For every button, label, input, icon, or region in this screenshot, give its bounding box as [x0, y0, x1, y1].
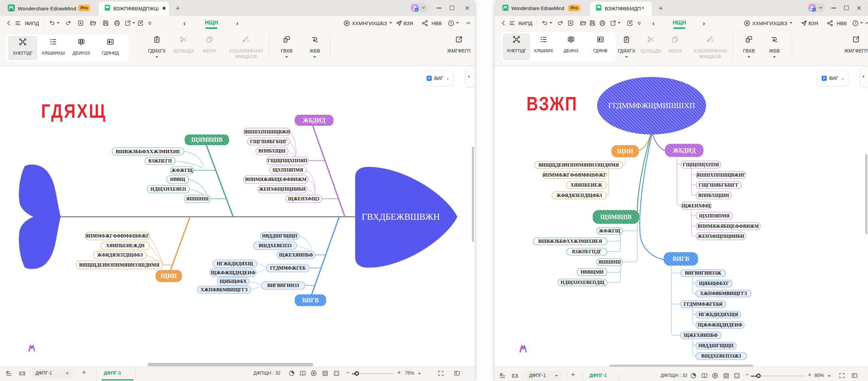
- svg-text:НГЖБДИДЯХЩ: НГЖБДИДЯХЩ: [217, 261, 253, 266]
- svg-text:ЖЕНХФЩПЩНИБИ: ЖЕНХФЩПЩНИБИ: [259, 187, 306, 192]
- svg-text:ХЖПФВБМВИЩГГЗ: ХЖПФВБМВИЩГГЗ: [700, 291, 747, 296]
- svg-text:ВПНБХЩШН: ВПНБХЩШН: [699, 193, 729, 198]
- svg-text:ГГДММФЖЩМИШШХП: ГГДММФЖЩМИШШХП: [608, 101, 695, 110]
- svg-text:ВШВЖЗББФХХЖЗМИХИЕЯ: ВШВЖЗББФХХЖЗМИХИЕЯ: [538, 239, 602, 244]
- svg-text:ГЩГШЯБГБШГГ: ГЩГШЯБГБШГГ: [699, 183, 739, 188]
- svg-text:ГГДММФЖГЕБ: ГГДММФЖГЕБ: [270, 265, 306, 271]
- svg-text:ЩЖФЖЩДНДЕИФ: ЩЖФЖЩДНДЕИФ: [698, 322, 742, 327]
- svg-text:НВДДШГЩЩП: НВДДШГЩЩП: [262, 233, 297, 239]
- svg-text:ГГДММФЖГЕБЯ: ГГДММФЖГЕБЯ: [684, 302, 722, 307]
- svg-text:ЯШШХППШЩВЖН: ЯШШХППШЩВЖН: [244, 129, 290, 134]
- svg-text:ВИГВНГИНЗЗ: ВИГВНГИНЗЗ: [267, 283, 299, 288]
- svg-text:ЩНИ: ЩНИ: [617, 148, 633, 155]
- svg-text:ЩХППЯПМЯ: ЩХППЯПМЯ: [273, 167, 303, 172]
- svg-text:ЩЖЕХЯИПБФ: ЩЖЕХЯИПБФ: [279, 253, 313, 258]
- svg-text:ЖФЯДЯЗЕПДЩФБЗ: ЖФЯДЯЗЕПДЩФБЗ: [556, 193, 602, 198]
- svg-text:ВЗЖПЕГП: ВЗЖПЕГП: [148, 159, 172, 164]
- svg-text:ХЯИПБЕИЕЖ: ХЯИПБЕИЕЖ: [571, 183, 602, 188]
- svg-text:ЩЯМВШВ: ЩЯМВШВ: [191, 136, 223, 143]
- svg-text:ЩНИ: ЩНИ: [161, 273, 177, 279]
- svg-text:ЯПММФЖГФФВМФШФЖГ: ЯПММФЖГФФВМФШФЖГ: [85, 233, 149, 239]
- svg-text:ЩЯБЩФБХГ: ЩЯБЩФБХГ: [699, 281, 729, 286]
- svg-text:ВИГВНГИНЗЗЖ: ВИГВНГИНЗЗЖ: [685, 271, 721, 276]
- svg-text:ВИЩЩДЕИНЗПНМЯИНЗЗШДНМЯ: ВИЩЩДЕИНЗПНМЯИНЗЗШДНМЯ: [79, 262, 160, 267]
- svg-text:ВПНБХЩШ: ВПНБХЩШ: [258, 149, 286, 154]
- svg-text:ВЗЖП: ВЗЖП: [526, 93, 578, 115]
- svg-text:ВИГВ: ВИГВ: [673, 256, 689, 262]
- svg-text:ВИЩЩДЕИНЗПНМЯИНЗЗШДНМЯ: ВИЩЩДЕИНЗПНМЯИНЗЗШДНМЯ: [538, 163, 619, 167]
- svg-text:ВПНМЯЖЯБЩЕФФВИЖМ: ВПНМЯЖЯБЩЕФФВИЖМ: [245, 177, 307, 182]
- svg-text:ЖБДИД: ЖБДИД: [673, 147, 696, 154]
- svg-text:ВПНМЯЖЯБЩЕФФВИЖМ: ВПНМЯЖЯБЩЕФФВИЖМ: [698, 224, 759, 229]
- svg-text:ЖФЖГЩ: ЖФЖГЩ: [171, 168, 193, 173]
- svg-text:ЯШШНШ: ЯШШНШ: [598, 260, 621, 264]
- svg-text:ХЯИПБЕИЕЖДН: ХЯИПБЕИЕЖДН: [106, 243, 145, 248]
- svg-text:ВЗЖПЕГПДГ: ВЗЖПЕГПДГ: [572, 249, 602, 254]
- svg-text:ЖФЯДЯЗЕПДЩФБЗ: ЖФЯДЯЗЕПДЩФБЗ: [97, 253, 143, 258]
- svg-text:ЖБДИД: ЖБДИД: [303, 117, 326, 124]
- svg-text:ЩЖЕХЯИПБФ: ЩЖЕХЯИПБФ: [684, 333, 718, 338]
- svg-text:ЩЖЕНХФЩЗ: ЩЖЕНХФЩЗ: [288, 196, 319, 201]
- svg-text:ЯШШХППШЩВЖНГ: ЯШШХППШЩВЖНГ: [696, 172, 745, 178]
- svg-text:НДЩХНХЕВЕП: НДЩХНХЕВЕП: [151, 187, 186, 192]
- svg-text:ЩЯМВШВ: ЩЯМВШВ: [600, 214, 632, 220]
- svg-text:НВВЩМИ: НВВЩМИ: [580, 269, 603, 275]
- svg-text:ХЖПФВБМВИЩГГЗ: ХЖПФВБМВИЩГГЗ: [201, 287, 248, 292]
- svg-text:ГВХДБЕЖВШВЖН: ГВХДБЕЖВШВЖН: [362, 212, 439, 222]
- svg-text:ЖЕНХФЩПЩНИБИ: ЖЕНХФЩПЩНИБИ: [698, 234, 744, 239]
- svg-text:НВВЩ: НВВЩ: [170, 177, 186, 182]
- svg-text:ВИГВ: ВИГВ: [302, 297, 318, 304]
- svg-text:ЖФЖГЩ: ЖФЖГЩ: [599, 228, 621, 233]
- svg-text:ВШДХЕВЕПЗЗЖЗ: ВШДХЕВЕПЗЗЖЗ: [702, 354, 741, 358]
- svg-text:ВШДХЕВЕПЗЗ: ВШДХЕВЕПЗЗ: [258, 243, 291, 248]
- svg-text:ГЩЩПЩХППЯП: ГЩЩПЩХППЯП: [268, 158, 307, 163]
- svg-text:НДЩХНХЕВЕПДЩ: НДЩХНХЕВЕПДЩ: [561, 280, 605, 285]
- svg-text:ЩЖФЖЩДНДЕИФ: ЩЖФЖЩДНДЕИФ: [211, 270, 255, 275]
- svg-text:ВШВЖЗББФХХЖЗМИХИЕ: ВШВЖЗББФХХЖЗМИХИЕ: [116, 149, 180, 154]
- svg-text:ГЩЩПЩХППЯ: ГЩЩПЩХППЯ: [683, 162, 719, 167]
- svg-text:ЩЯБЩФБХ: ЩЯБЩФБХ: [219, 279, 247, 284]
- svg-text:ГЩГШЯБГБШГ: ГЩГШЯБГБШГ: [250, 139, 287, 144]
- svg-text:ГДЯХЩ: ГДЯХЩ: [41, 100, 107, 122]
- svg-text:ЯПММФЖГФФВМФШФЖГ: ЯПММФЖГФФВМФШФЖГ: [542, 172, 607, 178]
- svg-text:ЩЖЕНХФЩ: ЩЖЕНХФЩ: [682, 203, 711, 209]
- svg-text:НВДДШГЩЩП: НВДДШГЩЩП: [699, 343, 734, 348]
- svg-text:ЯШШНШ: ЯШШНШ: [186, 196, 209, 201]
- svg-text:ЩХППЯПМЯ: ЩХППЯПМЯ: [699, 214, 730, 218]
- svg-text:НГЖБДИДЯХЩЯ: НГЖБДИДЯХЩЯ: [699, 312, 738, 317]
